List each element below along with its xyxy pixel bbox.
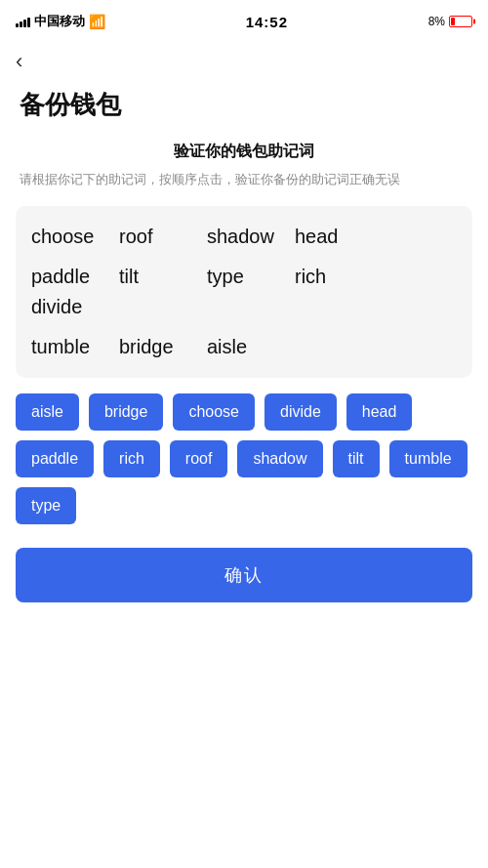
back-button[interactable]: ‹ <box>0 43 488 80</box>
status-left: 中国移动 📶 <box>16 13 105 30</box>
battery-icon <box>449 16 472 27</box>
display-word-paddle: paddle <box>31 266 119 288</box>
word-row-1: choose roof shadow head <box>31 226 457 248</box>
confirm-btn-wrapper: 确认 <box>0 540 488 622</box>
confirm-button[interactable]: 确认 <box>16 548 472 602</box>
back-arrow-icon: ‹ <box>16 51 22 72</box>
carrier-label: 中国移动 <box>34 13 85 30</box>
status-right: 8% <box>428 15 472 28</box>
battery-percent: 8% <box>428 15 445 28</box>
wifi-icon: 📶 <box>89 14 105 29</box>
chip-bridge[interactable]: bridge <box>89 393 163 431</box>
word-chips-area: aisle bridge choose divide head paddle r… <box>0 378 488 540</box>
chip-aisle[interactable]: aisle <box>16 393 79 431</box>
section-desc: 请根据你记下的助记词，按顺序点击，验证你备份的助记词正确无误 <box>0 170 488 190</box>
display-word-aisle: aisle <box>207 336 295 358</box>
word-display-box: choose roof shadow head paddle tilt type… <box>16 206 472 378</box>
status-time: 14:52 <box>246 14 288 30</box>
chip-rich[interactable]: rich <box>103 440 160 477</box>
page-title: 备份钱包 <box>0 80 488 142</box>
chip-shadow[interactable]: shadow <box>237 440 322 477</box>
display-word-head1: head <box>295 226 383 248</box>
signal-icon <box>16 16 30 27</box>
section-heading: 验证你的钱包助记词 <box>0 142 488 162</box>
display-word-rich: rich <box>295 266 383 288</box>
display-word-shadow: shadow <box>207 226 295 248</box>
display-word-type: type <box>207 266 295 288</box>
chip-tilt[interactable]: tilt <box>333 440 380 477</box>
status-bar: 中国移动 📶 14:52 8% <box>0 0 488 43</box>
chip-divide[interactable]: divide <box>264 393 337 431</box>
chip-choose[interactable]: choose <box>173 393 255 431</box>
display-word-divide: divide <box>31 296 119 318</box>
chip-paddle[interactable]: paddle <box>16 440 94 477</box>
word-row-2: paddle tilt type rich divide <box>31 266 457 318</box>
display-word-tilt: tilt <box>119 266 207 288</box>
word-row-3: tumble bridge aisle <box>31 336 457 358</box>
display-word-bridge: bridge <box>119 336 207 358</box>
display-word-choose: choose <box>31 226 119 248</box>
display-word-tumble: tumble <box>31 336 119 358</box>
chip-type[interactable]: type <box>16 487 76 524</box>
chip-tumble[interactable]: tumble <box>389 440 468 477</box>
chip-roof[interactable]: roof <box>170 440 228 477</box>
chip-head[interactable]: head <box>346 393 413 431</box>
display-word-roof: roof <box>119 226 207 248</box>
